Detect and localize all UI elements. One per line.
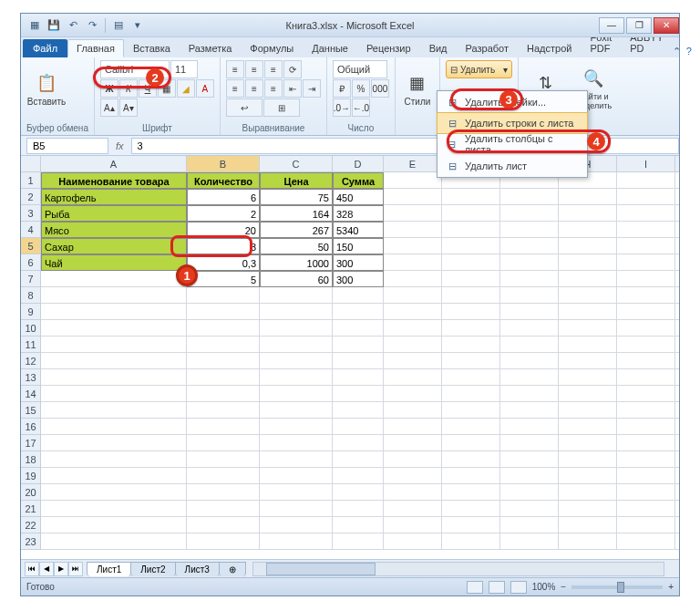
cell[interactable]	[187, 484, 260, 501]
cell[interactable]	[442, 271, 500, 287]
cell[interactable]	[384, 501, 442, 517]
cell[interactable]	[333, 287, 384, 304]
cell[interactable]	[617, 304, 675, 320]
sheet-tab-3[interactable]: Лист3	[175, 562, 220, 576]
cell[interactable]: 300	[333, 254, 384, 271]
excel-icon[interactable]: ▦	[26, 17, 43, 34]
zoom-out-button[interactable]: −	[561, 582, 566, 592]
align-bottom-button[interactable]: ≡	[264, 60, 283, 78]
cell[interactable]: 0,3	[187, 254, 260, 271]
cell[interactable]: Количество	[187, 172, 260, 189]
cell[interactable]	[559, 419, 617, 435]
styles-button[interactable]: ▦ Стили	[401, 60, 434, 117]
cell[interactable]	[187, 451, 260, 468]
cell[interactable]	[41, 304, 187, 320]
cell[interactable]	[384, 287, 442, 304]
cell[interactable]	[559, 517, 617, 533]
row-header[interactable]: 2	[21, 189, 41, 205]
cell[interactable]	[260, 353, 333, 369]
zoom-in-button[interactable]: +	[668, 582, 674, 592]
cell[interactable]	[617, 484, 675, 501]
select-all-corner[interactable]	[21, 156, 41, 172]
cell[interactable]	[559, 238, 617, 254]
row-header[interactable]: 21	[21, 501, 41, 517]
cell[interactable]	[442, 419, 500, 435]
cell[interactable]	[675, 222, 679, 238]
cell[interactable]	[617, 517, 675, 533]
cell[interactable]: Сумма	[333, 172, 384, 189]
indent-inc-button[interactable]: ⇥	[303, 79, 321, 98]
cell[interactable]	[384, 337, 442, 353]
cell[interactable]	[500, 451, 559, 468]
font-size-input[interactable]: 11	[170, 60, 198, 78]
cell[interactable]	[559, 320, 617, 337]
view-break-button[interactable]	[510, 581, 527, 594]
cell[interactable]	[675, 172, 679, 189]
cell[interactable]	[675, 533, 679, 550]
cell[interactable]	[442, 501, 500, 517]
cell[interactable]	[260, 402, 333, 419]
cell[interactable]: Рыба	[41, 205, 187, 222]
font-color-button[interactable]: A	[196, 79, 214, 98]
cell[interactable]	[333, 337, 384, 353]
cell[interactable]	[500, 468, 559, 484]
row-header[interactable]: 16	[21, 419, 41, 435]
row-header[interactable]: 5	[21, 238, 41, 254]
cell[interactable]	[500, 386, 559, 402]
cell[interactable]	[500, 369, 559, 386]
row-header[interactable]: 23	[21, 533, 41, 550]
cell[interactable]	[500, 419, 559, 435]
undo-icon[interactable]: ↶	[65, 17, 81, 34]
cell[interactable]: 1000	[260, 254, 333, 271]
cell[interactable]	[617, 402, 675, 419]
wrap-text-button[interactable]: ↩	[226, 98, 262, 117]
cell[interactable]	[384, 402, 442, 419]
tab-addins[interactable]: Надстрой	[518, 39, 581, 57]
cell[interactable]	[675, 468, 679, 484]
horizontal-scrollbar[interactable]	[252, 562, 664, 576]
redo-icon[interactable]: ↷	[84, 17, 100, 34]
cell[interactable]	[559, 451, 617, 468]
cell[interactable]	[333, 451, 384, 468]
cell[interactable]	[333, 517, 384, 533]
cell[interactable]	[260, 304, 333, 320]
cell[interactable]	[675, 320, 679, 337]
row-header[interactable]: 7	[21, 271, 41, 287]
cell[interactable]	[260, 337, 333, 353]
sheet-tab-1[interactable]: Лист1	[87, 562, 131, 576]
cell[interactable]	[260, 501, 333, 517]
cell[interactable]	[187, 320, 260, 337]
cell[interactable]	[559, 254, 617, 271]
sheet-tab-2[interactable]: Лист2	[130, 562, 175, 576]
cell[interactable]	[675, 189, 679, 205]
name-box[interactable]: B5	[26, 138, 108, 154]
cell[interactable]	[617, 287, 675, 304]
cell[interactable]: 164	[260, 205, 333, 222]
cell[interactable]: Цена	[260, 172, 333, 189]
row-header[interactable]: 3	[21, 205, 41, 222]
row-header[interactable]: 9	[21, 304, 41, 320]
cell[interactable]	[500, 353, 559, 369]
col-header-a[interactable]: A	[41, 156, 187, 172]
worksheet[interactable]: A B C D E F G H I J 1 Наименование товар…	[21, 156, 679, 559]
cell[interactable]	[260, 533, 333, 550]
cell[interactable]	[187, 304, 260, 320]
last-sheet-button[interactable]: ⏭	[68, 562, 83, 576]
cell[interactable]	[559, 533, 617, 550]
cell[interactable]	[333, 419, 384, 435]
cell[interactable]	[559, 205, 617, 222]
cell[interactable]: Сахар	[41, 238, 187, 254]
cell[interactable]	[617, 419, 675, 435]
cell[interactable]	[617, 254, 675, 271]
cell[interactable]	[675, 205, 679, 222]
cell[interactable]	[187, 435, 260, 451]
cell[interactable]	[442, 320, 500, 337]
cell[interactable]	[333, 533, 384, 550]
tab-review[interactable]: Рецензир	[357, 39, 420, 57]
cell[interactable]	[617, 451, 675, 468]
cell[interactable]	[187, 287, 260, 304]
cell[interactable]	[41, 287, 187, 304]
row-header[interactable]: 8	[21, 287, 41, 304]
help-icon[interactable]: ?	[686, 46, 692, 57]
close-button[interactable]: ✕	[654, 17, 679, 34]
